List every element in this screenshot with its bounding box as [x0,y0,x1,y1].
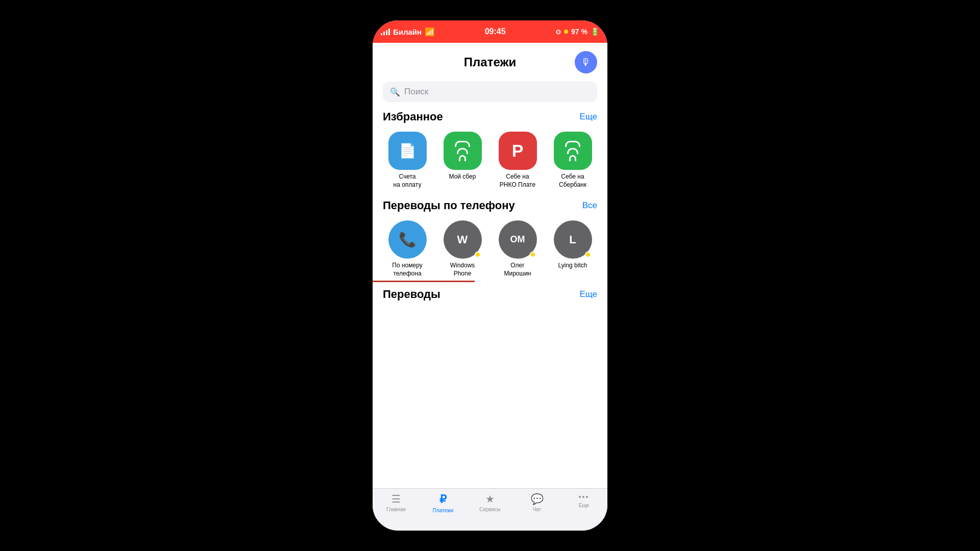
home-tab-label: Главная [386,507,406,512]
tab-home[interactable]: ☰ Главная [373,493,420,512]
online-dot-l [585,252,591,258]
rnko-icon: P [499,132,537,170]
windowsphone-initials: W [457,233,468,246]
document-icon: 📄 [399,142,416,159]
sber-wave-6 [569,155,576,161]
battery-level: 97 % [571,28,587,36]
contact-item-oleg[interactable]: ОМ ОлегМирошин [493,220,542,278]
status-bar: Билайн 📶 09:45 ⊙ 97 % 🔋 [373,20,607,43]
more-tab-label: Еще [579,503,589,508]
sber-wave-2 [457,148,468,154]
sber-wave-4 [565,141,580,147]
p-letter-icon: P [512,141,524,161]
home-tab-icon: ☰ [391,493,401,505]
signal-bars-icon [381,28,390,35]
signal-bar-2 [383,32,385,35]
search-icon: 🔍 [390,87,400,97]
annotation-line [373,281,475,282]
sber-waves-icon [455,141,470,161]
favorites-item-bills[interactable]: 📄 Счетана оплату [383,132,432,189]
tab-chat[interactable]: 💬 Чат [513,493,560,512]
chat-tab-label: Чат [533,507,542,512]
favorites-item-mysber[interactable]: Мой сбер [438,132,487,181]
online-dot-w [475,252,481,258]
mic-button[interactable]: 🎙 [575,51,597,73]
rnko-label: Себе наРНКО Плате [500,173,535,189]
sberbank-icon [554,132,592,170]
favorites-section: Избранное Еще 📄 Счетана оплату [373,110,607,199]
sber-wave-3 [459,155,466,161]
sber-wave-1 [455,141,470,147]
favorites-item-sberbank[interactable]: Себе наСбербанк [548,132,597,189]
phone-screen: Билайн 📶 09:45 ⊙ 97 % 🔋 Платежи 🎙 🔍 [373,20,607,531]
phone-handset-icon: 📞 [399,231,416,248]
transfers-title: Переводы [383,288,440,301]
gps-dot [564,30,568,34]
search-input[interactable]: Поиск [404,87,428,97]
tab-services[interactable]: ★ Сервисы [467,493,513,512]
favorites-row: 📄 Счетана оплату Мой с [383,132,597,189]
oleg-initials: ОМ [510,234,525,245]
wifi-icon: 📶 [425,27,435,37]
phone-transfers-title: Переводы по телефону [383,199,515,212]
contact-item-windowsphone[interactable]: W WindowsPhone [438,220,487,278]
contact-item-byphone[interactable]: 📞 По номерутелефона [383,220,432,278]
payments-tab-label: Платежи [433,508,454,513]
tab-payments[interactable]: ₽ Платежи [420,493,467,513]
sber-waves-icon2 [565,141,580,161]
main-content: Платежи 🎙 🔍 Поиск Избранное Еще 📄 [373,43,607,488]
oleg-label: ОлегМирошин [504,262,531,278]
payments-tab-icon: ₽ [439,493,447,506]
favorites-item-rnko[interactable]: P Себе наРНКО Плате [493,132,542,189]
carrier-name: Билайн [393,28,422,36]
windowsphone-avatar: W [444,220,482,259]
mysber-label: Мой сбер [449,173,476,181]
contact-item-lying[interactable]: L Lying bitch [548,220,597,270]
sberbank-label: Себе наСбербанк [559,173,586,189]
tab-bar: ☰ Главная ₽ Платежи ★ Сервисы 💬 Чат ••• … [373,488,607,531]
byphone-label: По номерутелефона [392,262,422,278]
windowsphone-label: WindowsPhone [450,262,475,278]
favorites-more-link[interactable]: Еще [579,112,597,122]
gps-icon: ⊙ [555,28,561,36]
tab-more[interactable]: ••• Еще [560,493,607,508]
lying-initials: L [569,233,576,246]
status-left: Билайн 📶 [381,27,435,37]
signal-bar-3 [386,30,387,35]
favorites-header: Избранное Еще [383,110,597,123]
mysber-icon [444,132,482,170]
more-tab-icon: ••• [579,493,590,501]
bills-icon: 📄 [388,132,427,170]
search-bar[interactable]: 🔍 Поиск [383,82,597,102]
transfers-more-link[interactable]: Еще [579,289,597,299]
transfers-header: Переводы Еще [383,288,597,301]
signal-bar-1 [381,33,382,35]
services-tab-icon: ★ [485,493,495,505]
services-tab-label: Сервисы [479,507,500,512]
lying-avatar: L [554,220,592,259]
phone-transfers-header: Переводы по телефону Все [383,199,597,212]
lying-label: Lying bitch [558,262,587,270]
status-time: 09:45 [485,27,506,36]
phone-transfers-row: 📞 По номерутелефона W WindowsPhone [383,220,597,278]
sber-wave-5 [567,148,578,154]
phone-transfers-section: Переводы по телефону Все 📞 По номерутеле… [373,199,607,288]
page-header: Платежи 🎙 [373,43,607,78]
signal-bar-4 [388,29,390,35]
battery-icon: 🔋 [591,28,599,36]
bills-label: Счетана оплату [394,173,422,189]
favorites-title: Избранное [383,110,443,123]
oleg-avatar: ОМ [499,220,537,259]
byphone-icon: 📞 [388,220,427,259]
online-dot-om [530,252,536,258]
chat-tab-icon: 💬 [531,493,544,505]
status-right: ⊙ 97 % 🔋 [555,28,599,36]
transfers-section: Переводы Еще [373,288,607,314]
phone-transfers-all-link[interactable]: Все [582,201,597,211]
page-title: Платежи [405,55,575,69]
